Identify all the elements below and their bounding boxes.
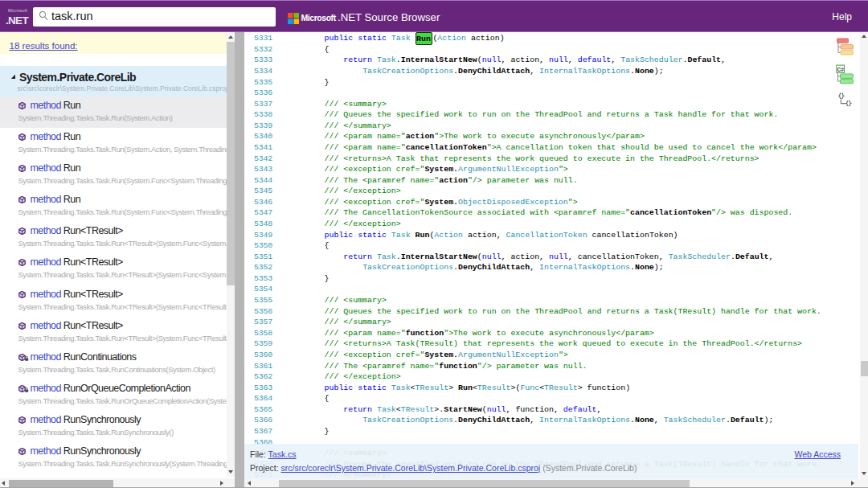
svg-text:C#: C# (837, 66, 845, 72)
